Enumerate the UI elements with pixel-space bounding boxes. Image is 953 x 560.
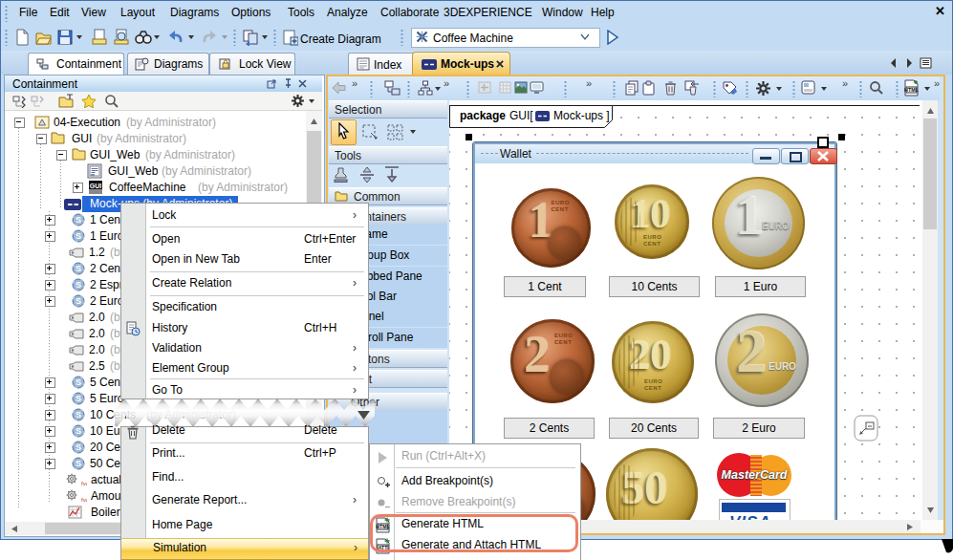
svg-text:S: S <box>76 296 81 306</box>
svg-text:S: S <box>76 264 81 273</box>
svg-text:S: S <box>76 231 81 241</box>
svg-text:S: S <box>76 394 81 403</box>
svg-text:S: S <box>76 459 81 468</box>
svg-text:S: S <box>76 426 81 436</box>
svg-text:S: S <box>76 442 81 452</box>
svg-text:fvo: fvo <box>81 481 87 486</box>
svg-text:S: S <box>76 215 81 225</box>
svg-text:S: S <box>76 377 81 387</box>
svg-text:S: S <box>76 410 81 420</box>
svg-text:HTML: HTML <box>904 87 920 93</box>
svg-text:GUI: GUI <box>90 183 102 189</box>
svg-text:fvo: fvo <box>81 497 87 503</box>
svg-text:S: S <box>76 280 81 290</box>
